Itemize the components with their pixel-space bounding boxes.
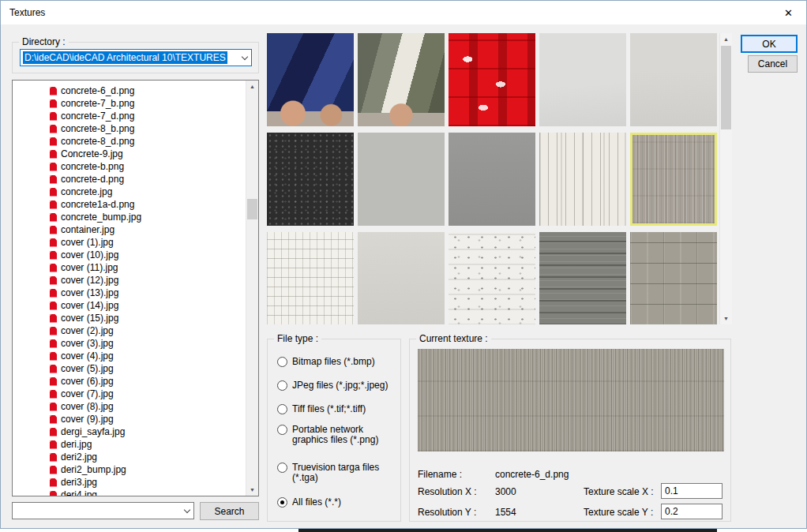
file-list-item[interactable]: deri2_bump.jpg <box>50 463 242 476</box>
texture-thumbnail-asphalt-dark[interactable] <box>267 133 354 226</box>
thumbnail-scrollbar[interactable]: ▲ ▼ <box>719 33 732 324</box>
file-name-label: deri2_bump.jpg <box>61 464 126 475</box>
texture-thumbnail-gray-medium[interactable] <box>449 133 535 226</box>
texture-thumbnail-plaster-striped[interactable] <box>539 133 626 226</box>
file-list-scrollbar[interactable]: ▲ ▼ <box>246 81 258 496</box>
file-icon <box>50 339 57 348</box>
titlebar[interactable]: Textures <box>1 1 806 24</box>
file-list-item[interactable]: cover (6).jpg <box>50 375 242 388</box>
file-type-option[interactable]: Tiff files (*.tif;*.tiff) <box>277 404 396 414</box>
file-icon <box>50 428 57 436</box>
file-list-item[interactable]: concrete-b.png <box>50 160 242 173</box>
texture-thumbnail-concrete-blocks[interactable] <box>630 232 717 324</box>
texture-scale-x-input[interactable] <box>661 483 723 499</box>
texture-thumbnail-plaster-plain[interactable] <box>358 232 445 324</box>
file-list-item[interactable]: cover (13).jpg <box>50 287 242 299</box>
close-button[interactable]: ✕ <box>771 1 806 24</box>
thumbnail-scrollbar-thumb[interactable] <box>721 46 731 129</box>
texture-thumbnail-denim-people[interactable] <box>267 33 354 126</box>
file-type-option[interactable]: Portable network graphics files (*.png) <box>277 425 396 445</box>
file-list-item[interactable]: concrete-d.png <box>50 173 242 185</box>
file-list-item[interactable]: Concrete-9.jpg <box>50 148 242 160</box>
file-icon <box>50 352 57 361</box>
file-type-option[interactable]: Bitmap files (*.bmp) <box>277 357 396 367</box>
file-list-item[interactable]: cover (5).jpg <box>50 362 242 375</box>
file-list-item[interactable]: concrete_bump.jpg <box>50 211 242 223</box>
search-combobox[interactable] <box>12 502 194 519</box>
file-list-item[interactable]: deri3.jpg <box>50 476 242 489</box>
file-list-item[interactable]: dergi_sayfa.jpg <box>50 425 242 438</box>
file-list-item[interactable]: cover (10).jpg <box>50 249 242 261</box>
file-list-item[interactable]: container.jpg <box>50 223 242 236</box>
file-list-item[interactable]: concrete-6_d.png <box>50 84 242 97</box>
file-name-label: concrete-d.png <box>61 174 124 185</box>
file-list-item[interactable]: cover (7).jpg <box>50 388 242 400</box>
texture-thumbnail-cola-cans[interactable] <box>449 33 535 126</box>
file-list-item[interactable]: cover (8).jpg <box>50 400 242 413</box>
file-name-label: deri2.jpg <box>61 451 97 463</box>
file-type-option-label: All files (*.*) <box>292 497 341 508</box>
file-list-item[interactable]: cover (12).jpg <box>50 274 242 287</box>
search-button[interactable]: Search <box>200 502 259 520</box>
thumbnail-grid <box>267 33 717 324</box>
cancel-button[interactable]: Cancel <box>748 55 798 73</box>
texture-thumbnail-gray-flat[interactable] <box>358 133 445 226</box>
file-list-item[interactable]: concrete-8_d.png <box>50 135 242 148</box>
file-name-label: cover (5).jpg <box>61 363 114 374</box>
file-list-item[interactable]: cover (1).jpg <box>50 236 242 249</box>
file-icon <box>50 276 57 285</box>
chevron-down-icon <box>241 53 247 59</box>
file-name-label: cover (13).jpg <box>61 287 118 298</box>
resolution-x-value: 3000 <box>495 486 516 497</box>
file-list-item[interactable]: cover (2).jpg <box>50 324 242 337</box>
file-list-item[interactable]: concrete1a-d.png <box>50 198 242 211</box>
file-list-item[interactable]: cover (9).jpg <box>50 413 242 425</box>
file-name-label: cover (8).jpg <box>61 401 114 412</box>
file-list-item[interactable]: cover (4).jpg <box>50 350 242 362</box>
file-type-option[interactable]: Truevision targa files (*.tga) <box>277 463 396 483</box>
file-icon <box>50 377 57 386</box>
directory-group: Directory : D:\ideCAD\ideCAD Architectur… <box>12 42 259 73</box>
file-list-item[interactable]: cover (14).jpg <box>50 299 242 312</box>
texture-thumbnail-tile-grid[interactable] <box>267 232 354 324</box>
texture-scale-y-input[interactable] <box>661 504 723 519</box>
file-icon <box>50 289 57 298</box>
directory-dropdown-button[interactable] <box>238 50 251 66</box>
texture-thumbnail-concrete-grain[interactable] <box>630 133 717 226</box>
texture-thumbnail-paper-light-b[interactable] <box>630 33 717 126</box>
file-list-item[interactable]: concrete-8_b.png <box>50 122 242 135</box>
scroll-up-icon[interactable]: ▲ <box>246 81 258 92</box>
file-type-option[interactable]: All files (*.*) <box>277 497 396 508</box>
file-list-item[interactable]: cover (11).jpg <box>50 261 242 274</box>
ok-button[interactable]: OK <box>741 35 798 53</box>
file-list-item[interactable]: deri4.jpg <box>50 489 242 496</box>
file-list-item[interactable]: concrete.jpg <box>50 185 242 198</box>
file-list-scrollbar-thumb[interactable] <box>247 199 257 219</box>
radio-icon <box>277 357 287 367</box>
directory-combobox[interactable]: D:\ideCAD\ideCAD Architectural 10\TEXTUR… <box>20 49 252 66</box>
radio-icon <box>277 404 287 414</box>
texture-thumbnail-concrete-dark[interactable] <box>539 232 626 324</box>
radio-icon <box>277 425 287 435</box>
file-name-label: deri3.jpg <box>61 477 97 488</box>
scroll-down-icon[interactable]: ▼ <box>720 313 732 324</box>
file-list-item[interactable]: deri2.jpg <box>50 451 242 463</box>
current-texture-preview <box>418 349 724 451</box>
search-dropdown-button[interactable] <box>180 503 193 519</box>
scroll-up-icon[interactable]: ▲ <box>720 33 732 45</box>
texture-thumbnail-marble-specks[interactable] <box>449 232 535 324</box>
file-list-item[interactable]: concrete-7_d.png <box>50 110 242 122</box>
texture-thumbnail-fabric-people[interactable] <box>358 33 445 126</box>
file-list-item[interactable]: deri.jpg <box>50 438 242 451</box>
file-icon <box>50 466 57 474</box>
file-type-option[interactable]: JPeg files (*.jpg;*.jpeg) <box>277 380 396 391</box>
file-icon <box>50 390 57 399</box>
texture-thumbnail-paper-light-a[interactable] <box>539 33 626 126</box>
file-icon <box>50 150 57 159</box>
file-list-item[interactable]: cover (3).jpg <box>50 337 242 350</box>
texture-scale-x-label: Texture scale X : <box>584 486 654 497</box>
scroll-down-icon[interactable]: ▼ <box>246 484 258 496</box>
file-list-item[interactable]: cover (15).jpg <box>50 312 242 324</box>
resolution-x-label: Resolution X : <box>418 486 477 497</box>
file-list-item[interactable]: concrete-7_b.png <box>50 97 242 110</box>
